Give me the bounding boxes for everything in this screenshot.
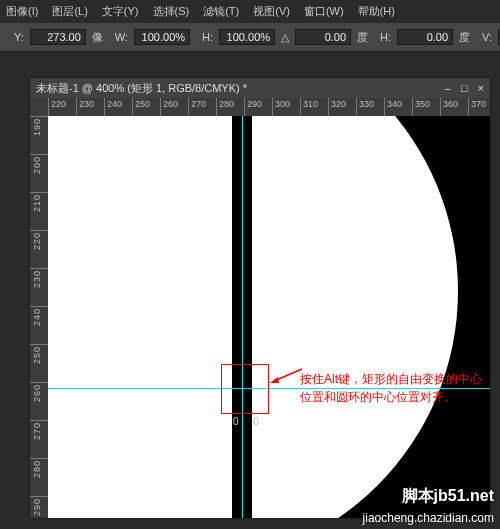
menu-view[interactable]: 视图(V) bbox=[253, 4, 290, 19]
angle-input[interactable]: 0.00 bbox=[295, 29, 351, 45]
v-ruler-tick: 200 bbox=[30, 154, 48, 155]
h-ruler-tick: 300 bbox=[272, 98, 273, 116]
options-bar: Y: 273.00 像 W: 100.00% H: 100.00% △ 0.00… bbox=[0, 23, 500, 52]
h-label: H: bbox=[202, 31, 213, 43]
h-ruler-tick: 240 bbox=[104, 98, 105, 116]
w-input[interactable]: 100.00% bbox=[134, 29, 190, 45]
menu-window[interactable]: 窗口(W) bbox=[304, 4, 344, 19]
v-ruler-tick: 280 bbox=[30, 458, 48, 459]
v-ruler-tick: 250 bbox=[30, 344, 48, 345]
y-label: Y: bbox=[14, 31, 24, 43]
y-input[interactable]: 273.00 bbox=[30, 29, 86, 45]
h-ruler-tick: 330 bbox=[356, 98, 357, 116]
v-ruler-tick: 290 bbox=[30, 496, 48, 497]
w-label: W: bbox=[115, 31, 128, 43]
maximize-button[interactable]: □ bbox=[461, 82, 468, 94]
h-ruler-tick: 260 bbox=[160, 98, 161, 116]
hshear-input[interactable]: 0.00 bbox=[397, 29, 453, 45]
watermark-sub: jiaocheng.chazidian.com bbox=[363, 511, 494, 525]
annotation-line-1: 按住Alt键，矩形的自由变换的中心 bbox=[300, 370, 482, 388]
v-ruler-tick: 270 bbox=[30, 420, 48, 421]
minimize-button[interactable]: – bbox=[445, 82, 451, 94]
v-ruler-tick: 220 bbox=[30, 230, 48, 231]
h-ruler-tick: 280 bbox=[216, 98, 217, 116]
h-ruler-tick: 270 bbox=[188, 98, 189, 116]
menu-filter[interactable]: 滤镜(T) bbox=[203, 4, 239, 19]
v-ruler-tick: 210 bbox=[30, 192, 48, 193]
h-ruler-tick: 220 bbox=[48, 98, 49, 116]
h-ruler-tick: 360 bbox=[440, 98, 441, 116]
close-button[interactable]: × bbox=[478, 82, 484, 94]
v-ruler-tick: 190 bbox=[30, 116, 48, 117]
angle-label: △ bbox=[281, 31, 289, 44]
h-ruler-tick: 230 bbox=[76, 98, 77, 116]
h-input[interactable]: 100.00% bbox=[219, 29, 275, 45]
h-ruler-tick: 310 bbox=[300, 98, 301, 116]
h-ruler-tick: 320 bbox=[328, 98, 329, 116]
annotation-text: 按住Alt键，矩形的自由变换的中心 位置和圆环的中心位置对齐。 bbox=[300, 370, 482, 406]
svg-marker-3 bbox=[270, 377, 279, 383]
annotation-box bbox=[221, 364, 269, 414]
canvas[interactable]: 0 0 按住Alt键，矩形的自由变换的中心 位置和圆环的中心位置对齐。 bbox=[48, 116, 490, 518]
menu-help[interactable]: 帮助(H) bbox=[358, 4, 395, 19]
v-ruler-tick: 260 bbox=[30, 382, 48, 383]
ring-shape bbox=[48, 116, 458, 518]
h-ruler-tick: 370 bbox=[468, 98, 469, 116]
document-title: 未标题-1 @ 400% (矩形 1, RGB/8/CMYK) * bbox=[36, 81, 247, 96]
y-unit: 像 bbox=[92, 30, 103, 45]
vshear-label: V: bbox=[482, 31, 492, 43]
annotation-arrow-icon bbox=[270, 366, 304, 384]
hshear-unit: 度 bbox=[459, 30, 470, 45]
menu-image[interactable]: 图像(I) bbox=[6, 4, 38, 19]
watermark-main: 脚本jb51.net bbox=[402, 486, 494, 507]
document-window: 未标题-1 @ 400% (矩形 1, RGB/8/CMYK) * – □ × … bbox=[30, 78, 490, 518]
document-titlebar: 未标题-1 @ 400% (矩形 1, RGB/8/CMYK) * – □ × bbox=[30, 78, 490, 98]
angle-unit: 度 bbox=[357, 30, 368, 45]
transform-origin-readout: 0 0 bbox=[233, 416, 265, 427]
vertical-guide[interactable] bbox=[242, 116, 243, 518]
h-ruler-tick: 350 bbox=[412, 98, 413, 116]
h-ruler-tick: 290 bbox=[244, 98, 245, 116]
hshear-label: H: bbox=[380, 31, 391, 43]
menu-text[interactable]: 文字(Y) bbox=[102, 4, 139, 19]
annotation-line-2: 位置和圆环的中心位置对齐。 bbox=[300, 388, 482, 406]
v-ruler-tick: 230 bbox=[30, 268, 48, 269]
app-menubar: 图像(I) 图层(L) 文字(Y) 选择(S) 滤镜(T) 视图(V) 窗口(W… bbox=[0, 0, 500, 23]
menu-select[interactable]: 选择(S) bbox=[153, 4, 190, 19]
h-ruler-tick: 250 bbox=[132, 98, 133, 116]
h-ruler-tick: 340 bbox=[384, 98, 385, 116]
menu-layer[interactable]: 图层(L) bbox=[52, 4, 87, 19]
v-ruler-tick: 240 bbox=[30, 306, 48, 307]
